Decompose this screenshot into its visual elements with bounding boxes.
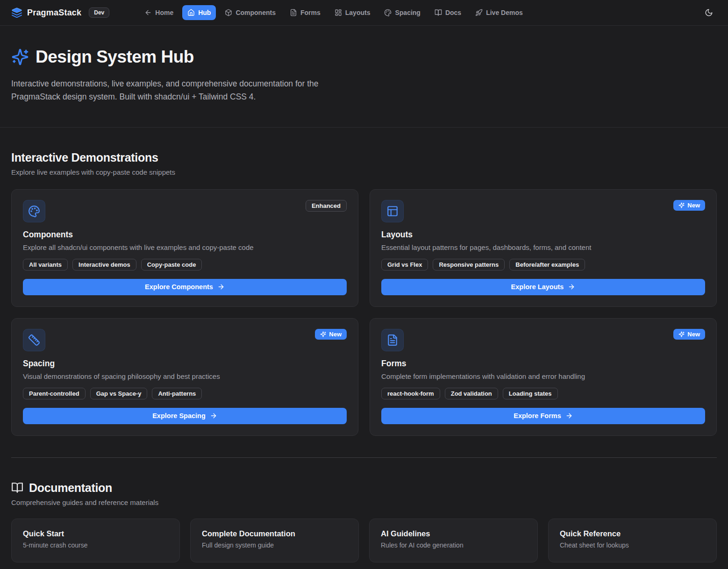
tag: Before/after examples (509, 259, 585, 270)
hero-section: Design System Hub Interactive demonstrat… (0, 26, 728, 128)
documentation-section-head: Documentation Comprehensive guides and r… (11, 481, 717, 506)
hero-description: Interactive demonstrations, live example… (11, 77, 362, 104)
documentation-heading: Documentation (29, 481, 112, 495)
nav-item-label: Forms (300, 9, 321, 16)
doc-card-complete-documentation[interactable]: Complete Documentation Full design syste… (190, 519, 359, 562)
palette-icon (23, 200, 45, 222)
nav-item-label: Spacing (395, 9, 420, 16)
demos-section-head: Interactive Demonstrations Explore live … (11, 151, 717, 176)
tag: Responsive patterns (433, 259, 505, 270)
doc-card-title: AI Guidelines (381, 529, 526, 538)
palette-icon (384, 9, 392, 16)
doc-card-title: Quick Reference (560, 529, 705, 538)
button-label: Explore Layouts (511, 283, 564, 291)
demos-heading: Interactive Demonstrations (11, 151, 717, 164)
main-content: Interactive Demonstrations Explore live … (0, 151, 728, 562)
badge-label: New (329, 331, 342, 338)
new-badge: New (315, 329, 347, 340)
navbar: PragmaStack Dev Home Hub Components Fo (0, 0, 728, 26)
doc-card-subtitle: Full design system guide (202, 541, 347, 549)
book-open-icon (435, 9, 442, 16)
explore-layouts-button[interactable]: Explore Layouts (381, 279, 705, 295)
card-title: Forms (381, 359, 705, 369)
card-title: Layouts (381, 230, 705, 240)
nav-item-label: Components (236, 9, 276, 16)
demo-card-spacing: New Spacing Visual demonstrations of spa… (11, 318, 358, 436)
card-description: Essential layout patterns for pages, das… (381, 242, 705, 252)
nav-item-hub[interactable]: Hub (182, 5, 216, 20)
page-title: Design System Hub (36, 47, 194, 67)
nav-item-spacing[interactable]: Spacing (379, 5, 425, 20)
ruler-icon (23, 329, 45, 351)
explore-spacing-button[interactable]: Explore Spacing (23, 408, 347, 424)
badge-label: New (687, 331, 700, 338)
card-title: Components (23, 230, 347, 240)
tag: Interactive demos (72, 259, 136, 270)
badge-label: New (687, 202, 700, 209)
section-divider (11, 457, 717, 458)
arrow-right-icon (217, 283, 225, 291)
tag: react-hook-form (381, 388, 440, 399)
nav-item-forms[interactable]: Forms (285, 5, 326, 20)
doc-card-subtitle: 5-minute crash course (23, 541, 168, 549)
card-description: Explore all shadcn/ui components with li… (23, 242, 347, 252)
button-label: Explore Forms (514, 412, 561, 420)
status-badge: Enhanced (306, 200, 347, 212)
moon-icon (705, 8, 713, 17)
nav-item-docs[interactable]: Docs (429, 5, 466, 20)
card-title: Spacing (23, 359, 347, 369)
nav-item-label: Layouts (345, 9, 371, 16)
nav-menu: Home Hub Components Forms Layouts (139, 5, 528, 20)
nav-item-label: Docs (445, 9, 461, 16)
layout-panel-icon (381, 200, 404, 222)
documentation-subheading: Comprehensive guides and reference mater… (11, 498, 717, 506)
doc-card-subtitle: Rules for AI code generation (381, 541, 526, 549)
theme-toggle-button[interactable] (701, 5, 717, 21)
file-text-icon (381, 329, 404, 351)
arrow-right-icon (565, 412, 573, 420)
tag: Zod validation (445, 388, 498, 399)
doc-card-title: Complete Documentation (202, 529, 347, 538)
doc-card-grid: Quick Start 5-minute crash course Comple… (11, 519, 717, 562)
card-description: Visual demonstrations of spacing philoso… (23, 371, 347, 381)
doc-card-quick-reference[interactable]: Quick Reference Cheat sheet for lookups (548, 519, 717, 562)
arrow-right-icon (210, 412, 217, 420)
brand-name: PragmaStack (27, 8, 81, 18)
tag: Copy-paste code (141, 259, 202, 270)
tag: Parent-controlled (23, 388, 86, 399)
arrow-left-icon (144, 9, 152, 16)
nav-item-live-demos[interactable]: Live Demos (470, 5, 528, 20)
tag: All variants (23, 259, 68, 270)
tag: Gap vs Space-y (90, 388, 148, 399)
book-open-icon (11, 482, 23, 494)
layers-icon (11, 7, 22, 18)
explore-forms-button[interactable]: Explore Forms (381, 408, 705, 424)
tag-row: Parent-controlled Gap vs Space-y Anti-pa… (23, 388, 347, 399)
nav-item-label: Home (155, 9, 173, 16)
tag: Anti-patterns (152, 388, 202, 399)
explore-components-button[interactable]: Explore Components (23, 279, 347, 295)
new-badge: New (673, 200, 705, 211)
nav-item-layouts[interactable]: Layouts (329, 5, 376, 20)
tag-row: All variants Interactive demos Copy-past… (23, 259, 347, 270)
dev-badge: Dev (89, 7, 109, 18)
sparkles-icon (11, 48, 29, 66)
layout-grid-icon (335, 9, 342, 16)
demos-subheading: Explore live examples with copy-paste co… (11, 168, 717, 176)
doc-card-ai-guidelines[interactable]: AI Guidelines Rules for AI code generati… (369, 519, 538, 562)
button-label: Explore Components (145, 283, 213, 291)
new-badge: New (673, 329, 705, 340)
nav-item-label: Hub (198, 9, 211, 16)
doc-card-subtitle: Cheat sheet for lookups (560, 541, 705, 549)
doc-card-quick-start[interactable]: Quick Start 5-minute crash course (11, 519, 180, 562)
card-description: Complete form implementations with valid… (381, 371, 705, 381)
nav-item-home[interactable]: Home (139, 5, 178, 20)
nav-item-components[interactable]: Components (220, 5, 281, 20)
brand[interactable]: PragmaStack Dev (11, 7, 109, 18)
file-text-icon (290, 9, 297, 16)
box-icon (225, 9, 232, 16)
home-icon (187, 9, 195, 16)
demo-card-components: Enhanced Components Explore all shadcn/u… (11, 189, 358, 307)
doc-card-title: Quick Start (23, 529, 168, 538)
demo-card-forms: New Forms Complete form implementations … (370, 318, 717, 436)
